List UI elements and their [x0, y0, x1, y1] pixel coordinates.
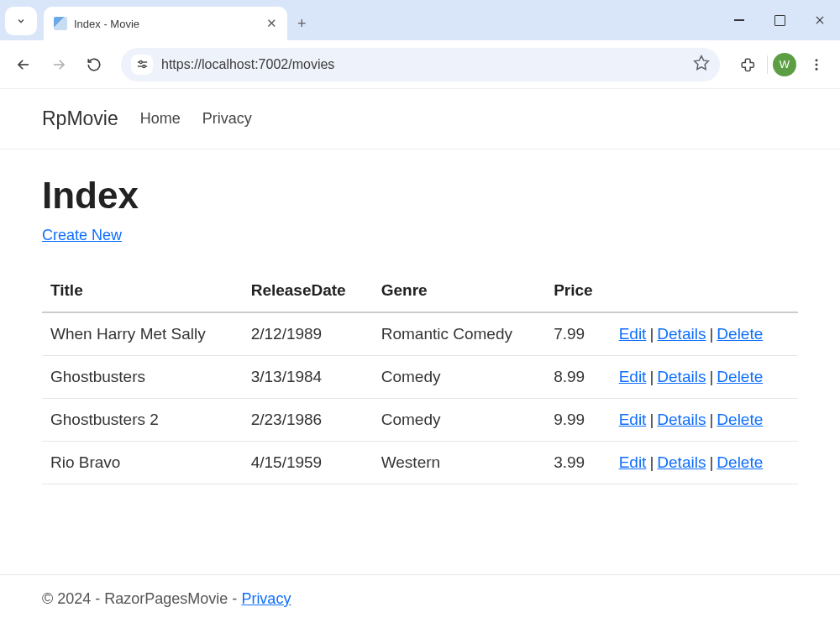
main-content: Index Create New Title ReleaseDate Genre…: [0, 149, 840, 574]
cell-date: 3/13/1984: [243, 356, 373, 399]
footer-privacy-link[interactable]: Privacy: [241, 590, 291, 607]
page-title: Index: [42, 175, 798, 217]
separator: |: [646, 368, 657, 385]
address-bar[interactable]: https://localhost:7002/movies: [121, 48, 720, 81]
svg-point-10: [816, 63, 818, 65]
tab-search-button[interactable]: [5, 7, 37, 35]
edit-link[interactable]: Edit: [619, 453, 647, 471]
brand-link[interactable]: RpMovie: [42, 107, 118, 130]
cell-title: Ghostbusters: [42, 356, 243, 399]
cell-actions: Edit|Details|Delete: [611, 312, 798, 356]
svg-point-7: [142, 65, 144, 67]
movies-table: Title ReleaseDate Genre Price When Harry…: [42, 270, 798, 484]
cell-price: 7.99: [545, 312, 610, 356]
details-link[interactable]: Details: [657, 325, 706, 343]
url-text: https://localhost:7002/movies: [161, 57, 685, 72]
table-header-row: Title ReleaseDate Genre Price: [42, 270, 798, 312]
profile-avatar[interactable]: W: [773, 53, 796, 76]
browser-menu-button[interactable]: [801, 50, 832, 80]
cell-date: 2/23/1986: [243, 399, 373, 442]
separator: |: [706, 368, 717, 385]
edit-link[interactable]: Edit: [619, 325, 647, 343]
cell-date: 4/15/1959: [243, 442, 373, 484]
edit-link[interactable]: Edit: [619, 368, 647, 385]
browser-tab-strip: Index - Movie ✕ +: [0, 0, 840, 40]
cell-title: When Harry Met Sally: [42, 312, 243, 356]
extensions-icon[interactable]: [732, 50, 762, 80]
separator: |: [706, 325, 717, 343]
cell-price: 8.99: [545, 356, 610, 399]
cell-price: 9.99: [545, 399, 610, 442]
forward-button[interactable]: [44, 50, 74, 80]
cell-actions: Edit|Details|Delete: [611, 442, 798, 484]
create-new-link[interactable]: Create New: [42, 227, 122, 243]
cell-actions: Edit|Details|Delete: [611, 399, 798, 442]
site-settings-icon[interactable]: [131, 55, 153, 75]
separator: |: [706, 411, 717, 428]
window-controls: [719, 0, 840, 40]
svg-point-6: [139, 60, 142, 63]
cell-genre: Western: [373, 442, 545, 484]
details-link[interactable]: Details: [657, 411, 706, 428]
app-body: RpMovie Home Privacy Index Create New Ti…: [0, 89, 840, 623]
separator: |: [646, 453, 657, 471]
th-actions: [611, 270, 798, 312]
table-row: Ghostbusters 22/23/1986Comedy9.99Edit|De…: [42, 399, 798, 442]
delete-link[interactable]: Delete: [717, 325, 763, 343]
minimize-button[interactable]: [719, 0, 759, 40]
cell-date: 2/12/1989: [243, 312, 373, 356]
cell-genre: Comedy: [373, 356, 545, 399]
delete-link[interactable]: Delete: [717, 453, 763, 471]
separator: |: [646, 411, 657, 428]
cell-actions: Edit|Details|Delete: [611, 356, 798, 399]
details-link[interactable]: Details: [657, 368, 706, 385]
toolbar-divider: [767, 55, 768, 74]
table-row: Rio Bravo4/15/1959Western3.99Edit|Detail…: [42, 442, 798, 484]
footer: © 2024 - RazorPagesMovie - Privacy: [0, 574, 840, 623]
cell-genre: Romantic Comedy: [373, 312, 545, 356]
footer-text: © 2024 - RazorPagesMovie -: [42, 590, 241, 607]
browser-toolbar: https://localhost:7002/movies W: [0, 40, 840, 89]
svg-marker-8: [695, 55, 709, 69]
cell-title: Ghostbusters 2: [42, 399, 243, 442]
browser-tab[interactable]: Index - Movie ✕: [44, 7, 287, 40]
back-button[interactable]: [8, 50, 39, 80]
svg-point-11: [816, 67, 818, 70]
bookmark-icon[interactable]: [693, 55, 710, 75]
maximize-button[interactable]: [759, 0, 800, 40]
edit-link[interactable]: Edit: [619, 411, 647, 428]
table-row: When Harry Met Sally2/12/1989Romantic Co…: [42, 312, 798, 356]
delete-link[interactable]: Delete: [717, 411, 763, 428]
cell-title: Rio Bravo: [42, 442, 243, 484]
new-tab-button[interactable]: +: [297, 7, 307, 40]
details-link[interactable]: Details: [657, 453, 706, 471]
table-row: Ghostbusters3/13/1984Comedy8.99Edit|Deta…: [42, 356, 798, 399]
nav-link-home[interactable]: Home: [140, 110, 181, 128]
separator: |: [706, 453, 717, 471]
app-navbar: RpMovie Home Privacy: [0, 89, 840, 149]
cell-genre: Comedy: [373, 399, 545, 442]
th-genre: Genre: [373, 270, 545, 312]
th-releasedate: ReleaseDate: [243, 270, 373, 312]
th-price: Price: [545, 270, 610, 312]
reload-button[interactable]: [79, 50, 109, 80]
nav-link-privacy[interactable]: Privacy: [202, 110, 252, 128]
separator: |: [646, 325, 657, 343]
tab-favicon-icon: [54, 17, 67, 30]
close-tab-button[interactable]: ✕: [266, 16, 277, 31]
svg-point-9: [816, 59, 818, 61]
tab-title: Index - Movie: [74, 18, 260, 30]
th-title: Title: [42, 270, 243, 312]
cell-price: 3.99: [545, 442, 610, 484]
close-window-button[interactable]: [800, 0, 840, 40]
delete-link[interactable]: Delete: [717, 368, 763, 385]
